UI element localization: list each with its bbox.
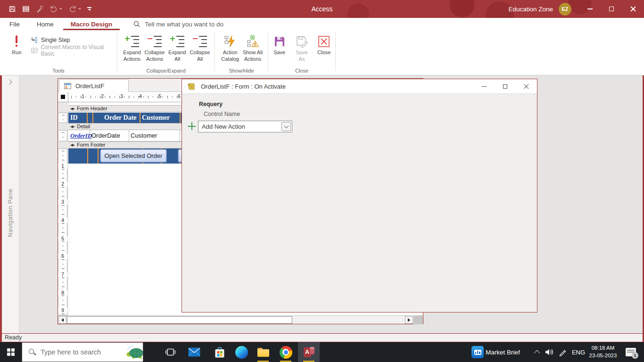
field-orderdate[interactable]: OrderDate xyxy=(91,130,120,141)
pen-icon xyxy=(559,348,567,356)
format-painter-icon[interactable] xyxy=(36,5,43,13)
navigation-pane[interactable]: Navigation Pane xyxy=(2,75,19,333)
scroll-left-button[interactable] xyxy=(58,316,66,324)
ribbon: Run Single Step Convert Macros to Visual… xyxy=(0,30,644,75)
show-all-actions-icon xyxy=(247,34,259,49)
scroll-right-button[interactable] xyxy=(405,316,413,324)
action-center-button[interactable]: 1 xyxy=(621,342,640,362)
access-db-cylinder-icon xyxy=(310,347,314,354)
nav-pane-expand-icon[interactable] xyxy=(7,79,12,84)
macro-minimize-button[interactable] xyxy=(473,79,495,94)
open-selected-order-button[interactable]: Open Selected Order xyxy=(100,149,166,162)
collapse-actions-button[interactable]: CollapseActions xyxy=(143,33,166,63)
run-button[interactable]: Run xyxy=(8,33,26,56)
app-titlebar[interactable]: Access Education Zone EZ xyxy=(0,0,644,18)
maximize-button[interactable] xyxy=(601,0,622,18)
group-label-tools: Tools xyxy=(0,68,117,75)
close-macro-button[interactable]: Close xyxy=(313,33,335,56)
save-as-button[interactable]: SaveAs xyxy=(290,33,313,63)
undo-icon[interactable] xyxy=(50,5,62,13)
access-app-button[interactable]: A xyxy=(298,342,320,362)
scrollbar-filler xyxy=(413,316,423,324)
clock[interactable]: 08:18 AM23-05-2023 xyxy=(587,342,619,362)
volume-button[interactable] xyxy=(542,342,556,362)
mail-icon xyxy=(188,347,200,357)
macro-window-title: OrderListF : Form : On Activate xyxy=(201,83,286,90)
tell-me-box[interactable]: Tell me what you want to do xyxy=(133,20,223,30)
save-icon[interactable] xyxy=(8,5,16,13)
macro-action-name[interactable]: Requery xyxy=(199,101,223,107)
macro-close-button[interactable] xyxy=(516,79,537,94)
save-as-icon xyxy=(296,34,308,49)
field-customer[interactable]: Customer xyxy=(131,130,157,141)
section-collapse-icon[interactable] xyxy=(70,125,73,128)
customize-quick-access-icon[interactable] xyxy=(87,7,91,11)
store-app-button[interactable] xyxy=(209,342,230,362)
taskbar: A Market Brief ENG 08:18 AM23-05-2023 1 xyxy=(0,342,644,362)
macro-builder-window: OrderListF : Form : On Activate Requery … xyxy=(182,79,537,313)
datasheet-view-icon[interactable] xyxy=(22,5,30,13)
macro-argument-label: Control Name xyxy=(204,111,240,117)
save-button[interactable]: Save xyxy=(268,33,290,56)
market-brief-label[interactable]: Market Brief xyxy=(486,342,526,362)
edge-browser-button[interactable] xyxy=(231,342,252,362)
macro-maximize-button[interactable] xyxy=(495,79,516,94)
collapse-all-button[interactable]: CollapseAll xyxy=(189,33,211,63)
search-input[interactable] xyxy=(41,348,128,356)
scrollbar-thumb[interactable] xyxy=(67,316,292,324)
show-all-actions-button[interactable]: Show AllActions xyxy=(241,33,264,63)
section-collapse-icon[interactable] xyxy=(70,107,73,110)
time: 08:18 AM xyxy=(589,345,617,352)
convert-macros-button[interactable]: Convert Macros to Visual Basic xyxy=(31,45,117,56)
add-new-action-combobox[interactable]: Add New Action xyxy=(198,121,292,132)
windows-ink-button[interactable] xyxy=(556,342,570,362)
combobox-dropdown-button[interactable] xyxy=(281,122,291,131)
speaker-icon xyxy=(545,348,554,356)
action-catalog-button[interactable]: ActionCatalog xyxy=(219,33,241,63)
date: 23-05-2023 xyxy=(589,352,617,360)
task-view-button[interactable] xyxy=(159,342,181,362)
avatar[interactable]: EZ xyxy=(559,3,571,16)
group-label-close: Close xyxy=(268,68,335,75)
vertical-ruler: 1 2 3 4 5 6 7 8 9 xyxy=(58,102,68,315)
window-border-left xyxy=(0,75,2,342)
tab-file[interactable]: File xyxy=(2,19,27,30)
macro-window-titlebar[interactable]: OrderListF : Form : On Activate xyxy=(182,79,537,94)
start-button[interactable] xyxy=(0,342,22,362)
expand-all-icon xyxy=(170,34,184,49)
tab-home[interactable]: Home xyxy=(29,19,61,30)
collapse-all-icon xyxy=(193,34,207,49)
group-separator xyxy=(335,32,336,71)
mail-app-button[interactable] xyxy=(184,342,205,362)
notification-icon: 1 xyxy=(626,348,636,356)
market-brief-widget[interactable] xyxy=(470,342,486,362)
expand-actions-button[interactable]: ExpandActions xyxy=(121,33,143,63)
object-tab-orderlistf[interactable]: OrderListF xyxy=(59,79,129,92)
field-orderid[interactable]: OrderID xyxy=(70,130,92,141)
language-indicator[interactable]: ENG xyxy=(570,342,587,362)
minimize-button[interactable] xyxy=(579,0,601,18)
ribbon-group-collapse-expand: ExpandActions CollapseActions ExpandAll … xyxy=(117,30,215,75)
close-button[interactable] xyxy=(622,0,644,18)
chrome-icon xyxy=(280,346,292,359)
form-selector-box[interactable] xyxy=(58,92,68,102)
expand-all-button[interactable]: ExpandAll xyxy=(166,33,189,63)
chrome-browser-button[interactable] xyxy=(275,342,296,362)
section-collapse-icon[interactable] xyxy=(70,144,73,147)
account-name[interactable]: Education Zone xyxy=(508,6,553,13)
macro-scroll-icon xyxy=(187,82,195,90)
form-horizontal-scrollbar[interactable] xyxy=(58,315,423,324)
quick-access-toolbar xyxy=(0,5,91,13)
task-view-icon xyxy=(165,347,175,357)
expand-actions-icon xyxy=(125,34,139,49)
header-column-id[interactable]: ID xyxy=(70,113,78,123)
form-icon xyxy=(64,83,71,89)
convert-macros-icon xyxy=(31,47,38,54)
header-column-order-date[interactable]: Order Date xyxy=(104,113,137,123)
search-highlight-turtle[interactable] xyxy=(124,342,145,362)
header-column-customer[interactable]: Customer xyxy=(142,113,170,123)
redo-icon[interactable] xyxy=(68,5,81,13)
file-explorer-button[interactable] xyxy=(253,342,273,362)
add-action-plus-icon[interactable] xyxy=(188,122,196,130)
tab-macro-design[interactable]: Macro Design xyxy=(63,19,120,30)
